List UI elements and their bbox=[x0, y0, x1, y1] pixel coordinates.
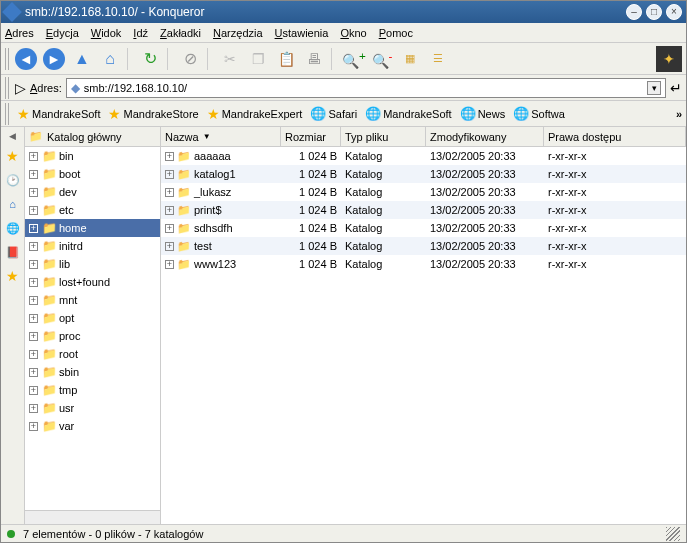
bookmark-item[interactable]: ★MandrakeExpert bbox=[203, 104, 307, 124]
column-name[interactable]: Nazwa▼ bbox=[161, 127, 281, 146]
up-button[interactable]: ▲ bbox=[69, 46, 95, 72]
tree-item[interactable]: +📁root bbox=[25, 345, 160, 363]
tree-item[interactable]: +📁tmp bbox=[25, 381, 160, 399]
file-rows[interactable]: +📁aaaaaa1 024 BKatalog13/02/2005 20:33r-… bbox=[161, 147, 686, 524]
minimize-button[interactable]: – bbox=[626, 4, 642, 20]
column-type[interactable]: Typ pliku bbox=[341, 127, 426, 146]
expand-icon[interactable]: + bbox=[29, 242, 38, 251]
expand-icon[interactable]: + bbox=[29, 332, 38, 341]
expand-icon[interactable]: + bbox=[29, 368, 38, 377]
table-row[interactable]: +📁sdhsdfh1 024 BKatalog13/02/2005 20:33r… bbox=[161, 219, 686, 237]
address-dropdown[interactable]: ▾ bbox=[647, 81, 661, 95]
bookmark-item[interactable]: 🌐Softwa bbox=[509, 104, 569, 124]
tree-item[interactable]: +📁lost+found bbox=[25, 273, 160, 291]
forward-button[interactable]: ► bbox=[41, 46, 67, 72]
toolbar-grip[interactable] bbox=[5, 48, 11, 70]
table-row[interactable]: +📁katalog11 024 BKatalog13/02/2005 20:33… bbox=[161, 165, 686, 183]
expand-icon[interactable]: + bbox=[29, 170, 38, 179]
tree-body[interactable]: +📁bin+📁boot+📁dev+📁etc+📁home+📁initrd+📁lib… bbox=[25, 147, 160, 510]
expand-icon[interactable]: + bbox=[165, 242, 174, 251]
expand-icon[interactable]: + bbox=[29, 278, 38, 287]
home-button[interactable]: ⌂ bbox=[97, 46, 123, 72]
expand-icon[interactable]: + bbox=[29, 296, 38, 305]
bm-grip[interactable] bbox=[5, 103, 11, 125]
tree-item[interactable]: +📁home bbox=[25, 219, 160, 237]
resize-grip[interactable] bbox=[666, 527, 680, 541]
tree-item[interactable]: +📁opt bbox=[25, 309, 160, 327]
bookmark-item[interactable]: ★MandrakeSoft bbox=[13, 104, 104, 124]
expand-icon[interactable]: + bbox=[165, 170, 174, 179]
print-button[interactable]: 🖶 bbox=[301, 46, 327, 72]
expand-icon[interactable]: + bbox=[165, 152, 174, 161]
table-row[interactable]: +📁aaaaaa1 024 BKatalog13/02/2005 20:33r-… bbox=[161, 147, 686, 165]
bookmark-overflow[interactable]: » bbox=[676, 108, 682, 120]
go-button[interactable]: ↵ bbox=[670, 80, 682, 96]
menu-edycja[interactable]: Edycja bbox=[46, 27, 79, 39]
table-row[interactable]: +📁test1 024 BKatalog13/02/2005 20:33r-xr… bbox=[161, 237, 686, 255]
address-input-wrap[interactable]: ◆ ▾ bbox=[66, 78, 666, 98]
expand-icon[interactable]: + bbox=[29, 386, 38, 395]
address-input[interactable] bbox=[84, 82, 643, 94]
expand-icon[interactable]: + bbox=[29, 260, 38, 269]
back-button[interactable]: ◄ bbox=[13, 46, 39, 72]
view-list-button[interactable]: ☰ bbox=[425, 46, 451, 72]
tree-item[interactable]: +📁sbin bbox=[25, 363, 160, 381]
expand-icon[interactable]: + bbox=[29, 314, 38, 323]
expand-icon[interactable]: + bbox=[29, 422, 38, 431]
sidebar-home-tab[interactable]: ⌂ bbox=[4, 195, 22, 213]
expand-icon[interactable]: + bbox=[165, 188, 174, 197]
titlebar[interactable]: smb://192.168.10.10/ - Konqueror – □ × bbox=[1, 1, 686, 23]
bookmark-item[interactable]: 🌐Safari bbox=[306, 104, 361, 124]
tree-item[interactable]: +📁proc bbox=[25, 327, 160, 345]
expand-icon[interactable]: + bbox=[29, 350, 38, 359]
tree-item[interactable]: +📁mnt bbox=[25, 291, 160, 309]
menu-ustawienia[interactable]: Ustawienia bbox=[275, 27, 329, 39]
column-modified[interactable]: Zmodyfikowany bbox=[426, 127, 544, 146]
expand-icon[interactable]: + bbox=[165, 260, 174, 269]
menu-idz[interactable]: Idź bbox=[133, 27, 148, 39]
expand-icon[interactable]: + bbox=[29, 224, 38, 233]
sidebar-bookmarks-tab[interactable]: ★ bbox=[4, 147, 22, 165]
stop-button[interactable]: ⊘ bbox=[177, 46, 203, 72]
menu-pomoc[interactable]: Pomoc bbox=[379, 27, 413, 39]
view-icons-button[interactable]: ▦ bbox=[397, 46, 423, 72]
expand-icon[interactable]: + bbox=[29, 152, 38, 161]
bookmark-item[interactable]: ★MandrakeStore bbox=[104, 104, 202, 124]
paste-button[interactable]: 📋 bbox=[273, 46, 299, 72]
clear-address-button[interactable]: ▷ bbox=[15, 80, 26, 96]
maximize-button[interactable]: □ bbox=[646, 4, 662, 20]
bookmark-item[interactable]: 🌐News bbox=[456, 104, 510, 124]
sidebar-history-tab[interactable]: 🕑 bbox=[4, 171, 22, 189]
tree-item[interactable]: +📁etc bbox=[25, 201, 160, 219]
column-size[interactable]: Rozmiar bbox=[281, 127, 341, 146]
reload-button[interactable]: ↻ bbox=[137, 46, 163, 72]
tree-header[interactable]: 📁 Katalog główny bbox=[25, 127, 160, 147]
expand-icon[interactable]: + bbox=[29, 206, 38, 215]
menu-narzedzia[interactable]: Narzędzia bbox=[213, 27, 263, 39]
menu-okno[interactable]: Okno bbox=[340, 27, 366, 39]
table-row[interactable]: +📁_lukasz1 024 BKatalog13/02/2005 20:33r… bbox=[161, 183, 686, 201]
tree-item[interactable]: +📁initrd bbox=[25, 237, 160, 255]
column-perms[interactable]: Prawa dostępu bbox=[544, 127, 686, 146]
expand-icon[interactable]: + bbox=[165, 206, 174, 215]
menu-adres[interactable]: Adres bbox=[5, 27, 34, 39]
cut-button[interactable]: ✂ bbox=[217, 46, 243, 72]
copy-button[interactable]: ❐ bbox=[245, 46, 271, 72]
zoom-in-button[interactable]: 🔍+ bbox=[341, 46, 367, 72]
tree-item[interactable]: +📁boot bbox=[25, 165, 160, 183]
table-row[interactable]: +📁www1231 024 BKatalog13/02/2005 20:33r-… bbox=[161, 255, 686, 273]
sidebar-collapse-icon[interactable]: ◀ bbox=[9, 131, 16, 141]
tree-item[interactable]: +📁lib bbox=[25, 255, 160, 273]
sidebar-root-tab[interactable]: 📕 bbox=[4, 243, 22, 261]
expand-icon[interactable]: + bbox=[29, 188, 38, 197]
expand-icon[interactable]: + bbox=[29, 404, 38, 413]
tree-item[interactable]: +📁bin bbox=[25, 147, 160, 165]
bookmark-item[interactable]: 🌐MandrakeSoft bbox=[361, 104, 455, 124]
tree-horizontal-scrollbar[interactable] bbox=[25, 510, 160, 524]
sidebar-network-tab[interactable]: 🌐 bbox=[4, 219, 22, 237]
expand-icon[interactable]: + bbox=[165, 224, 174, 233]
tree-item[interactable]: +📁dev bbox=[25, 183, 160, 201]
menu-widok[interactable]: Widok bbox=[91, 27, 122, 39]
tree-item[interactable]: +📁usr bbox=[25, 399, 160, 417]
menu-zakladki[interactable]: Zakładki bbox=[160, 27, 201, 39]
